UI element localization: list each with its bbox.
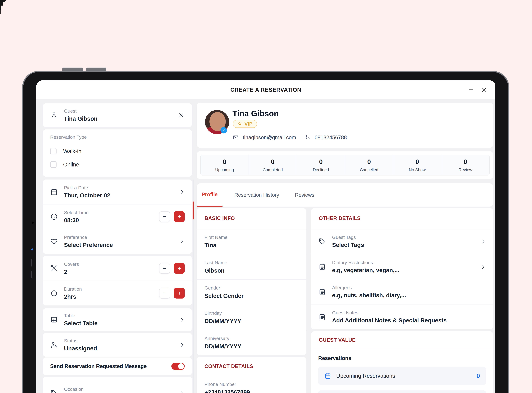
preference-row[interactable]: Preference Select Preference: [43, 229, 192, 254]
field-label: Guest Notes: [332, 310, 447, 315]
tablet-indicator-dot: [31, 248, 33, 251]
send-message-label: Send Reservation Requested Message: [50, 363, 147, 369]
contact-details-title: CONTACT DETAILS: [197, 357, 306, 376]
close-icon: [481, 87, 487, 93]
preference-label: Preference: [64, 235, 113, 240]
time-value: 08:30: [64, 217, 89, 224]
sidebar-scrollbar-thumb[interactable]: [192, 201, 194, 220]
last-name-field[interactable]: Last Name Gibson: [197, 254, 306, 279]
covers-increase-button[interactable]: [174, 263, 185, 274]
date-label: Pick a Date: [64, 185, 110, 191]
guest-name: Tina Gibson: [232, 109, 279, 118]
close-window-button[interactable]: [481, 86, 487, 93]
toggle-knob: [178, 363, 184, 369]
status-label: Status: [64, 338, 97, 344]
first-name-field[interactable]: First Name Tina: [197, 229, 306, 254]
gender-field[interactable]: Gender Select Gender: [197, 279, 306, 305]
guest-notes-row[interactable]: Guest Notes Add Additional Notes & Speci…: [311, 304, 493, 329]
plus-icon: [177, 214, 182, 220]
upcoming-reservations-row[interactable]: Upcoming Reservations 0: [318, 367, 486, 385]
stats-strip: 0 Upcoming 0 Completed 0 Declined 0 Canc…: [200, 155, 490, 176]
screenshot-glitch-artifact: [0, 0, 6, 15]
dietary-restrictions-row[interactable]: Dietary Restrictions e.g, vegetarian, ve…: [311, 254, 493, 279]
field-label: First Name: [205, 235, 298, 240]
duration-increase-button[interactable]: [174, 288, 185, 299]
duration-row: Duration 2hrs: [43, 281, 192, 305]
field-value: e.g, nuts, shellfish, diary,...: [332, 292, 406, 299]
contact-details-card: CONTACT DETAILS Phone Number +2348132567…: [197, 357, 306, 393]
birthday-field[interactable]: Birthday DD/MM/YYYY: [197, 305, 306, 330]
covers-row: Covers 2: [43, 256, 192, 281]
profile-header-card: Tina Gibson VIP tinagibson@gmail.com 081…: [197, 103, 493, 148]
guest-card: Guest Tina Gibson: [43, 103, 192, 127]
chevron-right-icon: [179, 391, 185, 393]
time-increase-button[interactable]: [174, 211, 185, 222]
status-row[interactable]: Status Unassigned: [43, 333, 192, 357]
minimize-icon: [468, 87, 474, 93]
field-label: Dietary Restrictions: [332, 260, 399, 265]
table-value: Select Table: [64, 320, 97, 327]
send-message-card: Send Reservation Requested Message: [43, 358, 192, 375]
tablet-sensor: [31, 271, 32, 278]
chevron-right-icon: [480, 264, 486, 270]
covers-decrease-button[interactable]: [159, 263, 170, 274]
preference-value: Select Preference: [64, 242, 113, 248]
field-value: Add Additional Notes & Special Requests: [332, 317, 447, 324]
chevron-right-icon: [480, 239, 486, 244]
person-icon: [50, 111, 58, 119]
stopwatch-icon: [50, 289, 58, 297]
stat-noshow: 0 No Show: [393, 155, 441, 175]
minus-icon: [162, 265, 167, 271]
stat-value: 0: [271, 158, 275, 166]
duration-value: 2hrs: [64, 293, 82, 300]
tab-bar: Profile Reservation History Reviews: [197, 183, 493, 206]
online-label: Online: [63, 162, 79, 168]
duration-decrease-button[interactable]: [159, 288, 170, 299]
basic-info-card: BASIC INFO First Name Tina Last Name Gib…: [197, 208, 306, 355]
field-value: Gibson: [205, 267, 298, 274]
tablet-volume-button: [62, 68, 83, 71]
online-option[interactable]: Online: [43, 158, 192, 171]
allergens-row[interactable]: Allergens e.g, nuts, shellfish, diary,..…: [311, 279, 493, 304]
datetime-card: Pick a Date Thur, October 02 Select Time…: [43, 180, 192, 254]
stat-value: 0: [367, 158, 371, 166]
phone-number-field[interactable]: Phone Number +2348132567899: [197, 376, 306, 393]
walkin-label: Walk-in: [63, 148, 81, 154]
send-message-toggle[interactable]: [171, 363, 185, 370]
clear-guest-button[interactable]: [178, 112, 185, 118]
stats-card: 0 Upcoming 0 Completed 0 Declined 0 Canc…: [197, 151, 493, 179]
field-label: Birthday: [205, 310, 298, 316]
status-card: Status Unassigned: [43, 333, 192, 357]
other-details-card: OTHER DETAILS Guest Tags Select Tags Die…: [311, 208, 493, 329]
guest-value-title: GUEST VALUE: [311, 331, 493, 349]
field-label: Anniversary: [205, 336, 298, 341]
table-row[interactable]: Table Select Table: [43, 308, 192, 331]
online-checkbox[interactable]: [50, 161, 57, 168]
guest-value: Tina Gibson: [64, 115, 97, 122]
tab-reviews[interactable]: Reviews: [295, 183, 314, 206]
tab-profile[interactable]: Profile: [197, 183, 222, 206]
date-value: Thur, October 02: [64, 192, 110, 199]
walkin-checkbox[interactable]: [50, 148, 57, 154]
anniversary-field[interactable]: Anniversary DD/MM/YYYY: [197, 330, 306, 355]
vip-label: VIP: [244, 121, 253, 127]
calendar-icon: [50, 188, 58, 196]
occasion-label: Occasion: [64, 387, 109, 392]
guest-value-card: GUEST VALUE Reservations Upcoming Reserv…: [311, 331, 493, 393]
clock-icon: [50, 213, 58, 221]
notepad-icon: [318, 313, 326, 321]
time-decrease-button[interactable]: [159, 211, 170, 222]
next-reservations-row[interactable]: [318, 390, 486, 393]
stat-label: No Show: [409, 167, 426, 172]
stat-label: Cancelled: [360, 167, 378, 172]
guest-tags-row[interactable]: Guest Tags Select Tags: [311, 229, 493, 254]
notepad-icon: [318, 288, 326, 296]
pick-date-row[interactable]: Pick a Date Thur, October 02: [43, 180, 192, 204]
tab-reservation-history[interactable]: Reservation History: [235, 183, 279, 206]
phone-item: 08132456788: [304, 134, 347, 141]
minimize-button[interactable]: [468, 86, 474, 93]
walkin-option[interactable]: Walk-in: [43, 145, 192, 158]
occasion-row[interactable]: Occasion Select Occasion: [43, 377, 192, 393]
stat-completed: 0 Completed: [249, 155, 297, 175]
plus-icon: [177, 265, 182, 271]
